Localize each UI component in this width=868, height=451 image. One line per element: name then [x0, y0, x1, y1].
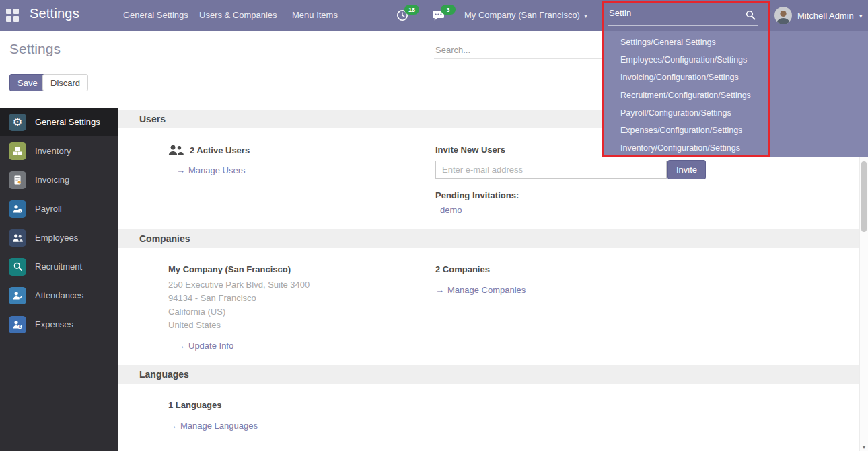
nav-menu-menu-items[interactable]: Menu Items: [292, 10, 338, 20]
nav-menu-general-settings[interactable]: General Settings: [123, 10, 188, 20]
users-left-column: 2 Active Users → Manage Users: [118, 145, 435, 216]
sidebar-item-label: Invoicing: [35, 175, 69, 185]
sidebar-item-expenses[interactable]: $ Expenses: [0, 310, 118, 339]
people-icon: [9, 229, 26, 247]
sidebar-item-inventory[interactable]: Inventory: [0, 136, 118, 165]
manage-users-label: Manage Users: [188, 165, 246, 175]
group-users-icon: [168, 145, 184, 156]
arrow-right-icon: →: [168, 421, 177, 431]
person-dollar-icon: $: [9, 316, 26, 333]
arrow-right-icon: →: [435, 285, 444, 295]
manage-languages-label: Manage Languages: [180, 421, 258, 431]
apps-grid-icon: [6, 9, 21, 22]
apps-menu-button[interactable]: [6, 9, 21, 22]
languages-column: 1 Languages → Manage Languages: [118, 400, 258, 432]
update-info-link[interactable]: → Update Info: [176, 341, 233, 351]
boxes-icon: [9, 142, 26, 160]
company-address-line: 94134 - San Francisco: [168, 292, 435, 305]
languages-count: 1 Languages: [168, 400, 258, 410]
scrollbar-thumb[interactable]: [861, 161, 867, 232]
sidebar-item-label: Expenses: [35, 319, 73, 329]
nav-search: [608, 5, 758, 26]
search-suggestion[interactable]: Employees/Configuration/Settings: [604, 51, 868, 69]
sidebar-item-label: Payroll: [35, 204, 62, 214]
settings-search-input[interactable]: [434, 42, 605, 59]
manage-users-link[interactable]: → Manage Users: [176, 165, 246, 175]
section-title: Companies: [139, 233, 190, 244]
sidebar-item-general-settings[interactable]: ⚙ General Settings: [0, 108, 118, 136]
invite-button[interactable]: Invite: [667, 160, 706, 179]
user-menu[interactable]: Mitchell Admin ▾: [774, 7, 863, 24]
svg-text:$: $: [19, 325, 21, 329]
sidebar-item-payroll[interactable]: Payroll: [0, 194, 118, 223]
settings-sidebar: ⚙ General Settings Inventory Invoicing P…: [0, 108, 118, 451]
company-address-line: United States: [168, 319, 435, 332]
company-address-line: 250 Executive Park Blvd, Suite 3400: [168, 278, 435, 292]
section-title: Users: [139, 114, 166, 124]
company-address-line: California (US): [168, 305, 435, 319]
sidebar-item-employees[interactable]: Employees: [0, 223, 118, 252]
search-suggestion[interactable]: Expenses/Configuration/Settings: [604, 122, 868, 139]
search-suggestion[interactable]: Recruitment/Configuration/Settings: [604, 87, 868, 104]
discard-button[interactable]: Discard: [42, 74, 88, 91]
section-title: Languages: [139, 369, 189, 380]
sidebar-item-attendances[interactable]: Attendances: [0, 281, 118, 310]
pending-user-name: demo: [440, 205, 462, 215]
companies-right-column: 2 Companies → Manage Companies: [435, 264, 859, 352]
sidebar-item-label: Employees: [35, 233, 78, 243]
section-header-languages: Languages: [118, 365, 859, 384]
scroll-down-arrow-icon[interactable]: ▾: [860, 444, 868, 450]
settings-content: Users 2 Active Users → Manage Users Invi…: [118, 108, 859, 451]
nav-menu-users-companies[interactable]: Users & Companies: [199, 10, 277, 20]
search-suggestions-dropdown: Settings/General Settings Employees/Conf…: [604, 31, 868, 157]
manage-companies-link[interactable]: → Manage Companies: [435, 285, 526, 295]
companies-count: 2 Companies: [435, 264, 859, 274]
search-icon[interactable]: [746, 10, 756, 20]
chevron-down-icon: ▾: [859, 12, 863, 19]
manage-companies-label: Manage Companies: [447, 285, 526, 295]
sidebar-item-label: Attendances: [35, 290, 83, 300]
arrow-right-icon: →: [176, 165, 185, 175]
active-users-count: 2 Active Users: [190, 145, 250, 155]
search-suggestion[interactable]: Settings/General Settings: [604, 34, 868, 51]
company-name-label: My Company (San Francisco): [168, 264, 435, 274]
top-navbar: Settings General Settings Users & Compan…: [0, 0, 868, 31]
person-check-icon: [9, 287, 26, 304]
languages-section-body: 1 Languages → Manage Languages: [118, 384, 859, 445]
section-header-companies: Companies: [118, 229, 859, 248]
sidebar-item-label: Recruitment: [35, 261, 82, 272]
pending-invitations-label: Pending Invitations:: [435, 190, 859, 200]
magnifier-icon: [9, 258, 26, 276]
sidebar-item-label: General Settings: [35, 117, 100, 127]
save-button[interactable]: Save: [9, 74, 46, 91]
nav-app-title[interactable]: Settings: [30, 6, 79, 22]
companies-section-body: My Company (San Francisco) 250 Executive…: [118, 248, 859, 365]
avatar: [774, 7, 792, 24]
gear-icon: ⚙: [9, 114, 26, 131]
pending-user-link[interactable]: demo: [440, 205, 462, 215]
update-info-label: Update Info: [188, 341, 233, 351]
invoice-icon: [9, 171, 26, 189]
search-suggestion[interactable]: Payroll/Configuration/Settings: [604, 104, 868, 122]
manage-languages-link[interactable]: → Manage Languages: [168, 421, 258, 431]
sidebar-item-invoicing[interactable]: Invoicing: [0, 165, 118, 194]
sidebar-item-label: Inventory: [35, 146, 71, 156]
arrow-right-icon: →: [176, 341, 185, 351]
invite-email-input[interactable]: [435, 161, 667, 179]
search-suggestion[interactable]: Inventory/Configuration/Settings: [604, 139, 868, 157]
payroll-person-icon: [9, 200, 26, 218]
company-name: My Company (San Francisco): [464, 10, 580, 20]
page-title: Settings: [9, 41, 61, 57]
activity-count-badge: 18: [404, 5, 419, 15]
nav-search-input[interactable]: [608, 5, 758, 26]
chevron-down-icon: ▾: [584, 12, 587, 19]
company-switcher[interactable]: My Company (San Francisco)▾: [464, 10, 587, 20]
messages-count-badge: 3: [441, 5, 456, 15]
search-suggestion[interactable]: Invoicing/Configuration/Settings: [604, 69, 868, 86]
sidebar-item-recruitment[interactable]: Recruitment: [0, 252, 118, 281]
user-name: Mitchell Admin: [797, 11, 854, 21]
odoo-settings-screen: Settings General Settings Users & Compan…: [0, 0, 868, 451]
companies-left-column: My Company (San Francisco) 250 Executive…: [118, 264, 435, 352]
